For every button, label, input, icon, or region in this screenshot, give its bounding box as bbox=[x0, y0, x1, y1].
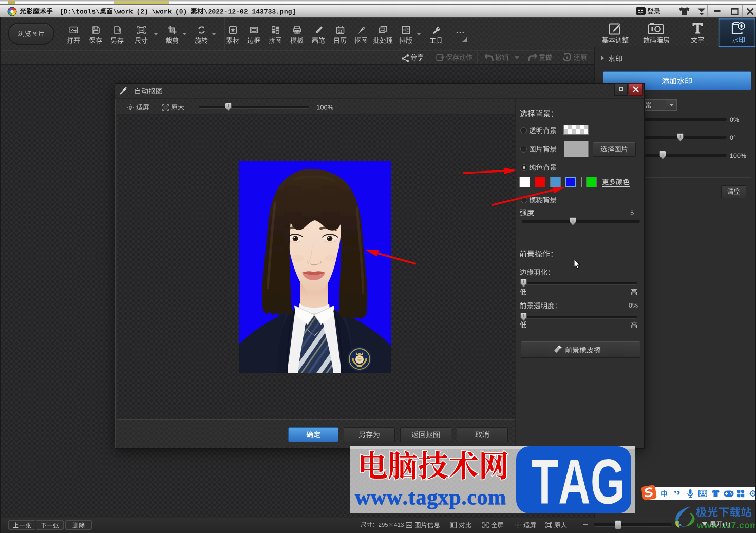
svg-text:12: 12 bbox=[338, 30, 342, 33]
